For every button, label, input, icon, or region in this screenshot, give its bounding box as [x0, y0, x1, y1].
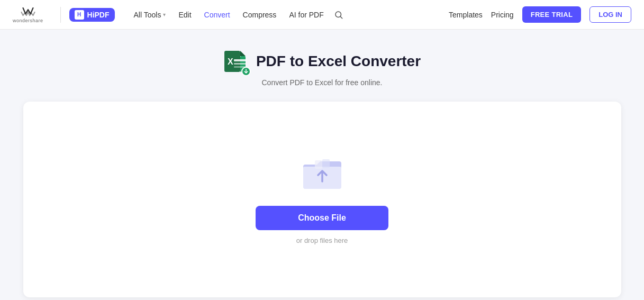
choose-file-button[interactable]: Choose File — [256, 206, 388, 230]
page-header: X PDF to Excel Converter Convert PDF to … — [223, 49, 421, 87]
nav-templates[interactable]: Templates — [449, 11, 483, 19]
ws-logo-icon — [20, 6, 37, 18]
all-tools-chevron-icon: ▾ — [163, 12, 166, 17]
wondershare-label: wondershare — [13, 18, 43, 23]
search-icon[interactable] — [330, 6, 347, 23]
svg-marker-3 — [240, 51, 246, 56]
navbar: wondershare H HiPDF All Tools ▾ Edit Con… — [0, 0, 644, 30]
page-title: PDF to Excel Converter — [256, 53, 421, 70]
svg-text:X: X — [228, 57, 233, 66]
nav-edit[interactable]: Edit — [172, 0, 197, 30]
svg-rect-7 — [234, 63, 247, 65]
svg-rect-11 — [315, 160, 322, 169]
drop-hint: or drop files here — [296, 237, 348, 244]
upload-folder-icon — [301, 155, 343, 191]
login-button[interactable]: LOG IN — [589, 6, 631, 23]
logo-divider — [60, 7, 61, 23]
logo-area: wondershare — [13, 6, 43, 23]
wondershare-logo[interactable]: wondershare — [13, 6, 43, 23]
navbar-left: wondershare H HiPDF All Tools ▾ Edit Con… — [13, 0, 449, 30]
nav-ai-for-pdf[interactable]: AI for PDF — [283, 0, 330, 30]
svg-rect-6 — [234, 59, 247, 61]
hipdf-icon: H — [75, 10, 84, 20]
hipdf-label: HiPDF — [87, 11, 110, 19]
nav-pricing[interactable]: Pricing — [491, 11, 514, 19]
free-trial-button[interactable]: FREE TRIAL — [522, 6, 582, 23]
page-subtitle: Convert PDF to Excel for free online. — [261, 78, 382, 87]
excel-icon: X — [223, 49, 249, 74]
nav-convert[interactable]: Convert — [198, 0, 237, 30]
excel-badge — [241, 67, 251, 76]
page-title-row: X PDF to Excel Converter — [223, 49, 421, 74]
hipdf-badge[interactable]: H HiPDF — [69, 8, 115, 22]
nav-all-tools[interactable]: All Tools ▾ — [128, 0, 173, 30]
svg-line-1 — [340, 16, 342, 18]
main-content: X PDF to Excel Converter Convert PDF to … — [0, 30, 644, 300]
navbar-right: Templates Pricing FREE TRIAL LOG IN — [449, 6, 631, 23]
upload-card: Choose File or drop files here — [23, 102, 621, 297]
svg-point-0 — [335, 12, 341, 17]
nav-compress[interactable]: Compress — [237, 0, 283, 30]
svg-rect-12 — [322, 159, 330, 168]
folder-icon-area — [301, 155, 343, 193]
